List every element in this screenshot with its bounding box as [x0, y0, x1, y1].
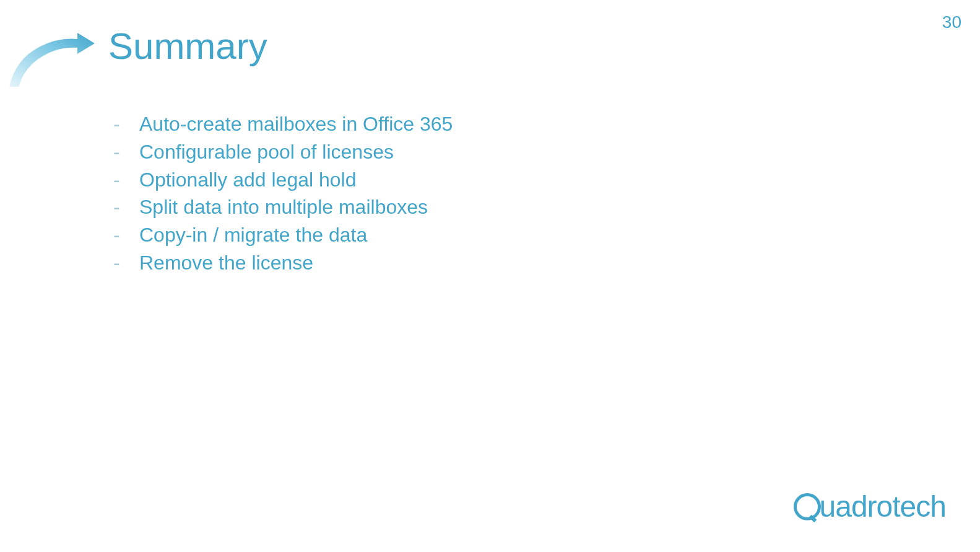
- logo-q-icon: [794, 493, 821, 520]
- page-number: 30: [942, 12, 961, 32]
- bullet-list: Auto-create mailboxes in Office 365 Conf…: [108, 110, 453, 277]
- slide-title: Summary: [108, 25, 267, 68]
- decorative-arrow-icon: [3, 28, 99, 90]
- logo-text: uadrotech: [820, 490, 947, 523]
- list-item: Optionally add legal hold: [108, 166, 453, 194]
- list-item: Split data into multiple mailboxes: [108, 193, 453, 221]
- company-logo: uadrotech: [794, 489, 947, 524]
- list-item: Copy-in / migrate the data: [108, 221, 453, 249]
- list-item: Remove the license: [108, 249, 453, 277]
- list-item: Configurable pool of licenses: [108, 138, 453, 166]
- list-item: Auto-create mailboxes in Office 365: [108, 110, 453, 138]
